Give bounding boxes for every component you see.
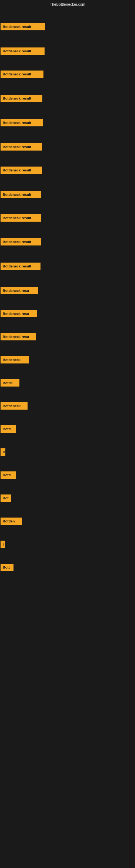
bottleneck-bar-10: Bottleneck result [1,262,41,270]
bottleneck-bar-1: Bottleneck result [1,48,45,55]
bar-row-5: Bottleneck result [0,143,135,152]
bar-row-10: Bottleneck result [0,262,135,271]
bar-row-14: Bottleneck [0,356,135,365]
bar-row-0: Bottleneck result [0,23,135,31]
bars-container: Bottleneck resultBottleneck resultBottle… [0,8,135,868]
bottleneck-bar-11: Bottleneck resu [1,287,38,294]
bar-row-20: Bot [0,495,135,503]
bottleneck-bar-17: Bottl [1,425,16,433]
bar-row-12: Bottleneck resu [0,310,135,318]
bar-row-11: Bottleneck resu [0,287,135,296]
bottleneck-bar-16: Bottleneck [1,402,28,410]
bottleneck-bar-19: Bottl [1,471,16,479]
bottleneck-bar-12: Bottleneck resu [1,310,37,317]
bottleneck-bar-20: Bot [1,495,11,502]
bottleneck-bar-15: Bottle [1,379,19,386]
bottleneck-bar-5: Bottleneck result [1,143,42,151]
bar-row-8: Bottleneck result [0,214,135,223]
bar-row-4: Bottleneck result [0,119,135,127]
bar-row-2: Bottleneck result [0,70,135,79]
bottleneck-bar-18: B [1,448,5,456]
bar-row-3: Bottleneck result [0,95,135,103]
bar-row-6: Bottleneck result [0,166,135,175]
bar-row-16: Bottleneck [0,402,135,411]
bar-row-23: Bott [0,564,135,572]
bottleneck-bar-2: Bottleneck result [1,70,43,78]
bar-row-15: Bottle [0,379,135,388]
bar-row-7: Bottleneck result [0,191,135,199]
bottleneck-bar-14: Bottleneck [1,356,29,364]
bar-row-21: Bottlen [0,518,135,526]
bar-row-22: | [0,540,135,549]
bottleneck-bar-21: Bottlen [1,518,22,525]
bar-row-13: Bottleneck resu [0,333,135,341]
bar-row-9: Bottleneck result [0,238,135,247]
bar-row-18: B [0,448,135,457]
bottleneck-bar-8: Bottleneck result [1,214,41,222]
bottleneck-bar-7: Bottleneck result [1,191,41,198]
bottleneck-bar-6: Bottleneck result [1,166,42,174]
bottleneck-bar-23: Bott [1,564,13,571]
bottleneck-bar-13: Bottleneck resu [1,333,36,340]
site-title: TheBottlenecker.com [0,0,135,8]
bar-row-17: Bottl [0,425,135,434]
bar-row-1: Bottleneck result [0,48,135,56]
bottleneck-bar-4: Bottleneck result [1,119,43,126]
bottleneck-bar-9: Bottleneck result [1,238,41,246]
bar-row-19: Bottl [0,471,135,480]
bottleneck-bar-22: | [1,540,5,548]
bottleneck-bar-0: Bottleneck result [1,23,45,30]
bottleneck-bar-3: Bottleneck result [1,95,42,102]
